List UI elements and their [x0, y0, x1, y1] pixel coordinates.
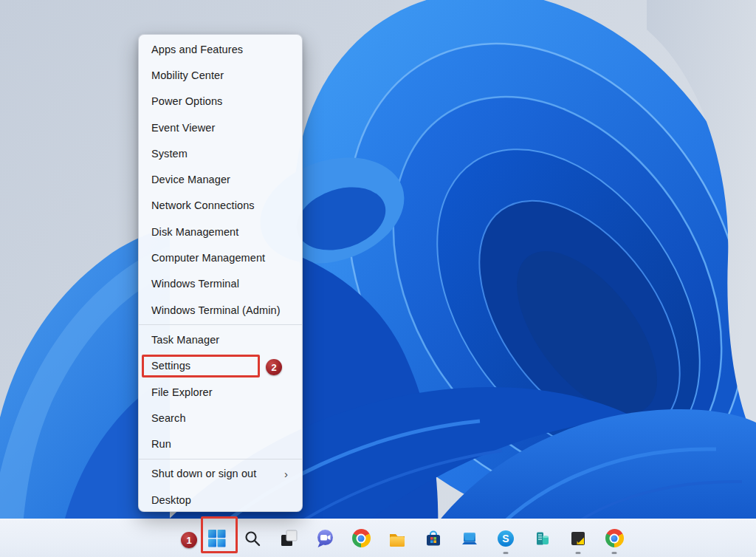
menu-item-event-viewer[interactable]: Event Viewer	[139, 115, 302, 140]
chrome-secondary-button[interactable]	[599, 522, 629, 555]
start-button[interactable]	[202, 522, 231, 555]
menu-separator	[139, 459, 302, 459]
skype-button[interactable]: S	[491, 522, 520, 555]
hyper-v-manager-button[interactable]	[527, 522, 557, 555]
file-explorer-button[interactable]	[382, 522, 412, 555]
task-view-icon	[280, 529, 298, 547]
task-view-button[interactable]	[274, 522, 303, 555]
menu-separator	[139, 324, 302, 325]
menu-item-file-explorer[interactable]: File Explorer	[139, 379, 302, 405]
file-explorer-icon	[388, 529, 407, 548]
menu-item-windows-terminal-admin[interactable]: Windows Terminal (Admin)	[139, 297, 302, 323]
sticky-notes-icon	[568, 529, 588, 548]
menu-item-power-options[interactable]: Power Options	[139, 89, 302, 115]
windows-logo-icon	[207, 529, 226, 547]
menu-item-apps-and-features[interactable]: Apps and Features	[139, 36, 302, 62]
remote-desktop-icon	[460, 529, 479, 548]
chat-button[interactable]	[310, 522, 340, 555]
menu-item-run[interactable]: Run	[139, 431, 302, 457]
menu-item-search[interactable]: Search	[139, 405, 302, 431]
hyper-v-manager-icon	[532, 529, 551, 548]
menu-item-shut-down-or-sign-out[interactable]: Shut down or sign out ›	[139, 461, 302, 487]
menu-item-mobility-center[interactable]: Mobility Center	[139, 62, 302, 88]
taskbar-icon-row: S	[202, 519, 629, 557]
search-button[interactable]	[238, 522, 267, 555]
taskbar: S	[0, 519, 756, 557]
search-icon	[244, 530, 261, 547]
svg-text:S: S	[502, 533, 509, 544]
menu-item-windows-terminal[interactable]: Windows Terminal	[139, 271, 302, 297]
chrome-icon	[352, 529, 371, 547]
menu-item-label: Shut down or sign out	[151, 468, 256, 479]
menu-item-disk-management[interactable]: Disk Management	[139, 219, 302, 245]
step-1-badge: 1	[181, 532, 197, 548]
desktop-screen: Apps and Features Mobility Center Power …	[0, 0, 756, 557]
chrome-button[interactable]	[346, 522, 376, 555]
winx-context-menu: Apps and Features Mobility Center Power …	[138, 34, 303, 512]
menu-item-computer-management[interactable]: Computer Management	[139, 245, 302, 270]
chrome-icon	[605, 529, 624, 547]
step-2-badge: 2	[266, 359, 282, 375]
remote-desktop-button[interactable]	[455, 522, 484, 555]
teams-chat-icon	[315, 528, 335, 548]
microsoft-store-button[interactable]	[419, 522, 448, 555]
microsoft-store-icon	[424, 529, 443, 548]
menu-item-network-connections[interactable]: Network Connections	[139, 193, 302, 219]
menu-item-device-manager[interactable]: Device Manager	[139, 166, 302, 192]
skype-icon: S	[496, 529, 515, 548]
menu-item-task-manager[interactable]: Task Manager	[139, 327, 302, 352]
menu-item-system[interactable]: System	[139, 140, 302, 166]
sticky-notes-button[interactable]	[563, 522, 593, 555]
menu-item-desktop[interactable]: Desktop	[139, 487, 302, 513]
desktop-wallpaper	[0, 0, 756, 557]
submenu-chevron-icon: ›	[284, 468, 293, 480]
